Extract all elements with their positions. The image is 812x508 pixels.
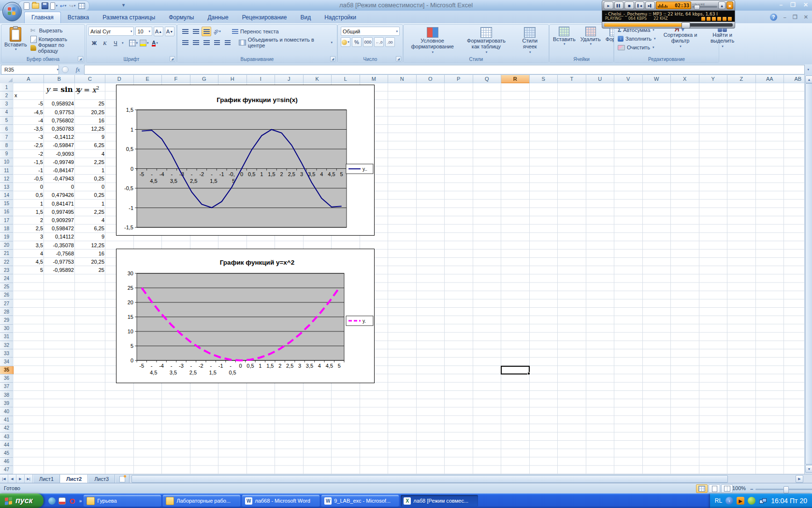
column-header-W[interactable]: W — [643, 75, 671, 83]
row-header-45[interactable]: 45 — [0, 449, 13, 457]
column-header-A[interactable]: A — [14, 75, 44, 83]
cell[interactable]: -0,84147 — [44, 166, 75, 175]
cell[interactable]: 0,598472 — [44, 224, 75, 233]
row-header-43[interactable]: 43 — [0, 433, 13, 441]
selected-cell[interactable] — [501, 366, 530, 374]
column-header-M[interactable]: M — [360, 75, 389, 83]
cell[interactable]: 20,25 — [75, 108, 106, 117]
tray-network-icon[interactable] — [759, 497, 767, 505]
row-header-24[interactable]: 24 — [0, 274, 13, 283]
player-seek-bar[interactable] — [602, 22, 735, 29]
quick-launch-icon-2[interactable] — [58, 497, 66, 505]
player-pause-icon[interactable]: ▌▌ — [614, 1, 624, 9]
font-size-combo[interactable]: 10▾ — [135, 27, 152, 36]
ribbon-tab-0[interactable]: Главная — [24, 12, 61, 23]
horizontal-scroll-thumb[interactable] — [131, 475, 728, 483]
scroll-down-icon[interactable]: ▼ — [805, 465, 812, 473]
ribbon-restore-button[interactable]: ❐ — [793, 14, 798, 20]
cell[interactable]: 1,5 — [14, 208, 44, 216]
player-next-icon[interactable]: ▶▌ — [645, 1, 655, 9]
cell-c1-formula[interactable]: y = x2 — [77, 85, 99, 94]
decrease-decimal-button[interactable]: ,00 — [385, 37, 395, 47]
cell[interactable]: 12,25 — [75, 241, 106, 250]
increase-indent-button[interactable] — [223, 38, 232, 47]
cell-a2[interactable]: x — [14, 91, 44, 100]
row-header-8[interactable]: 8 — [0, 141, 13, 149]
merge-center-button[interactable]: Объединить и поместить в центре▾ — [237, 38, 334, 47]
font-dialog-launcher[interactable]: ◢ — [170, 56, 175, 61]
minimize-button[interactable]: – — [779, 1, 783, 8]
cell[interactable]: 3 — [14, 233, 44, 241]
row-header-17[interactable]: 17 — [0, 216, 13, 224]
cell[interactable]: 4,5 — [14, 258, 44, 266]
page-break-view-button[interactable] — [721, 484, 733, 493]
taskbar-task-2[interactable]: Wлаб68 - Microsoft Word — [242, 495, 319, 507]
cell[interactable]: 6,25 — [75, 224, 106, 233]
row-header-10[interactable]: 10 — [0, 158, 13, 166]
ribbon-tab-6[interactable]: Вид — [293, 12, 318, 23]
column-header-O[interactable]: O — [417, 75, 445, 83]
column-header-P[interactable]: P — [445, 75, 473, 83]
name-box-dropdown[interactable]: ▾ — [57, 68, 58, 72]
column-header-G[interactable]: G — [190, 75, 219, 83]
player-mode-icon[interactable]: ▣ — [726, 1, 733, 9]
vertical-scrollbar[interactable]: ▲ ▼ — [804, 75, 812, 474]
cell[interactable]: 25 — [75, 100, 106, 108]
cell[interactable]: 0,25 — [75, 175, 106, 183]
taskbar-task-0[interactable]: Гурьева — [84, 495, 161, 507]
quick-launch-icon-3[interactable]: O — [69, 497, 76, 505]
cell[interactable]: 0,841471 — [44, 200, 75, 208]
cell[interactable]: 3,5 — [14, 241, 44, 250]
cell[interactable]: 0,909297 — [44, 216, 75, 224]
align-left-button[interactable] — [180, 38, 190, 47]
thousands-button[interactable]: 000 — [363, 37, 373, 47]
grow-font-button[interactable]: A▲ — [154, 27, 163, 36]
row-header-44[interactable]: 44 — [0, 441, 13, 449]
column-header-D[interactable]: D — [105, 75, 134, 83]
cell[interactable]: 0,997495 — [44, 208, 75, 216]
cell[interactable]: -2,5 — [14, 141, 44, 149]
ribbon-tab-7[interactable]: Надстройки — [318, 12, 363, 23]
row-header-13[interactable]: 13 — [0, 183, 13, 191]
cell[interactable]: 9 — [75, 133, 106, 141]
column-header-H[interactable]: H — [218, 75, 247, 83]
row-header-41[interactable]: 41 — [0, 416, 13, 424]
wrap-text-button[interactable]: Перенос текста — [231, 27, 280, 36]
row-header-20[interactable]: 20 — [0, 241, 13, 250]
formula-input[interactable] — [84, 65, 805, 75]
row-header-25[interactable]: 25 — [0, 283, 13, 291]
row-header-14[interactable]: 14 — [0, 191, 13, 199]
taskbar-task-3[interactable]: W9_LAB_exc - Microsof... — [321, 495, 399, 507]
percent-button[interactable]: % — [352, 37, 362, 47]
cell[interactable]: 0 — [44, 183, 75, 191]
restore-button[interactable]: ❐ — [790, 1, 796, 8]
scroll-right-icon[interactable]: ▶ — [796, 475, 803, 483]
underline-button[interactable]: Ч — [111, 38, 120, 48]
cell[interactable]: 2,25 — [75, 208, 106, 216]
office-button[interactable] — [2, 2, 22, 21]
column-header-Q[interactable]: Q — [473, 75, 502, 83]
cell[interactable]: -2 — [14, 150, 44, 158]
player-stop-icon[interactable]: ■ — [624, 1, 634, 9]
column-header-AA[interactable]: AA — [756, 75, 784, 83]
first-sheet-icon[interactable]: |◀ — [0, 475, 8, 483]
number-dialog-launcher[interactable]: ◢ — [396, 56, 401, 61]
cell[interactable]: -5 — [14, 100, 44, 108]
cell[interactable]: 0,14112 — [44, 233, 75, 241]
cell[interactable]: 1 — [75, 166, 106, 175]
player-play-icon[interactable]: ▶ — [604, 1, 613, 9]
cell[interactable]: 0,350783 — [44, 125, 75, 133]
row-header-27[interactable]: 27 — [0, 299, 13, 308]
row-header-36[interactable]: 36 — [0, 374, 13, 383]
sheet-tab-Лист3[interactable]: Лист3 — [88, 475, 115, 483]
insert-function-button[interactable]: fx — [72, 66, 84, 74]
zoom-level[interactable]: 100% — [732, 485, 746, 491]
orientation-button[interactable]: ab▾ — [212, 27, 222, 36]
normal-view-button[interactable] — [696, 484, 708, 493]
row-header-19[interactable]: 19 — [0, 233, 13, 241]
cell[interactable]: 2 — [14, 216, 44, 224]
column-header-C[interactable]: C — [75, 75, 105, 83]
taskbar-task-4[interactable]: Xлаб8 [Режим совмес... — [401, 495, 478, 507]
row-header-9[interactable]: 9 — [0, 150, 13, 158]
row-header-5[interactable]: 5 — [0, 117, 13, 125]
